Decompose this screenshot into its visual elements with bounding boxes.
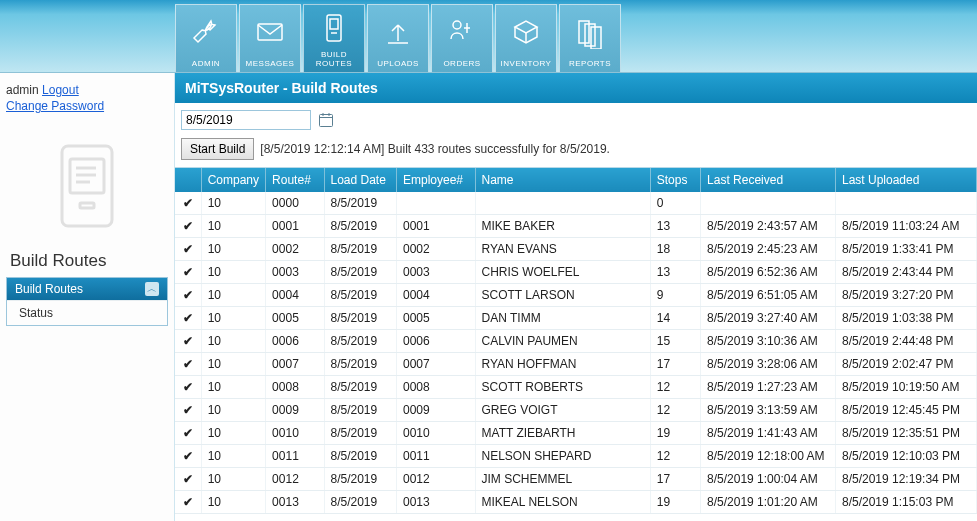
cell-company: 10 <box>201 491 265 514</box>
logout-link[interactable]: Logout <box>42 83 79 97</box>
table-row[interactable]: ✔1000068/5/20190006CALVIN PAUMEN158/5/20… <box>175 330 977 353</box>
cell-stops: 13 <box>650 215 700 238</box>
cell-route: 0007 <box>266 353 324 376</box>
nav-inventory[interactable]: INVENTORY <box>495 4 557 72</box>
cell-name: RYAN HOFFMAN <box>475 353 650 376</box>
cell-last-uploaded: 8/5/2019 1:15:03 PM <box>835 491 976 514</box>
col-last-uploaded[interactable]: Last Uploaded <box>835 168 976 192</box>
svg-rect-14 <box>320 115 333 127</box>
cell-employee: 0005 <box>396 307 475 330</box>
cell-route: 0005 <box>266 307 324 330</box>
cell-last-uploaded: 8/5/2019 1:33:41 PM <box>835 238 976 261</box>
nav-label: BUILD ROUTES <box>304 50 364 68</box>
col-last-received[interactable]: Last Received <box>701 168 836 192</box>
check-icon: ✔ <box>175 330 201 353</box>
cell-stops: 12 <box>650 376 700 399</box>
cell-last-uploaded <box>835 192 976 215</box>
grid-header-row: Company Route# Load Date Employee# Name … <box>175 168 977 192</box>
cell-name: SCOTT LARSON <box>475 284 650 307</box>
cell-employee: 0010 <box>396 422 475 445</box>
col-employee[interactable]: Employee# <box>396 168 475 192</box>
cell-last-received: 8/5/2019 2:45:23 AM <box>701 238 836 261</box>
cell-last-uploaded: 8/5/2019 12:19:34 PM <box>835 468 976 491</box>
cell-stops: 15 <box>650 330 700 353</box>
cell-last-uploaded: 8/5/2019 1:03:38 PM <box>835 307 976 330</box>
table-row[interactable]: ✔1000058/5/20190005DAN TIMM148/5/2019 3:… <box>175 307 977 330</box>
table-row[interactable]: ✔1000078/5/20190007RYAN HOFFMAN178/5/201… <box>175 353 977 376</box>
check-icon: ✔ <box>175 468 201 491</box>
controls-bar: Start Build [8/5/2019 12:12:14 AM] Built… <box>175 103 977 167</box>
table-row[interactable]: ✔1000028/5/20190002RYAN EVANS188/5/2019 … <box>175 238 977 261</box>
col-load-date[interactable]: Load Date <box>324 168 396 192</box>
calendar-icon[interactable] <box>317 111 335 129</box>
col-stops[interactable]: Stops <box>650 168 700 192</box>
nav-messages[interactable]: MESSAGES <box>239 4 301 72</box>
col-name[interactable]: Name <box>475 168 650 192</box>
nav-uploads[interactable]: UPLOADS <box>367 4 429 72</box>
cell-last-received: 8/5/2019 6:51:05 AM <box>701 284 836 307</box>
routes-grid: Company Route# Load Date Employee# Name … <box>175 167 977 514</box>
cell-company: 10 <box>201 422 265 445</box>
side-panel-header[interactable]: Build Routes ︿ <box>7 278 167 300</box>
check-icon: ✔ <box>175 422 201 445</box>
cell-employee: 0002 <box>396 238 475 261</box>
svg-rect-0 <box>258 24 282 40</box>
table-row[interactable]: ✔1000128/5/20190012JIM SCHEMMEL178/5/201… <box>175 468 977 491</box>
cell-last-uploaded: 8/5/2019 2:43:44 PM <box>835 261 976 284</box>
change-password-link[interactable]: Change Password <box>6 99 104 113</box>
cell-stops: 9 <box>650 284 700 307</box>
nav-orders[interactable]: ORDERS <box>431 4 493 72</box>
cell-last-uploaded: 8/5/2019 3:27:20 PM <box>835 284 976 307</box>
sidebar-item-status[interactable]: Status <box>7 300 167 325</box>
cell-company: 10 <box>201 238 265 261</box>
table-row[interactable]: ✔1000088/5/20190008SCOTT ROBERTS128/5/20… <box>175 376 977 399</box>
cell-last-received: 8/5/2019 1:01:20 AM <box>701 491 836 514</box>
cell-route: 0003 <box>266 261 324 284</box>
cell-employee: 0001 <box>396 215 475 238</box>
side-panel: Build Routes ︿ Status <box>6 277 168 326</box>
table-row[interactable]: ✔1000118/5/20190011NELSON SHEPARD128/5/2… <box>175 445 977 468</box>
date-input[interactable] <box>181 110 311 130</box>
table-row[interactable]: ✔1000108/5/20190010MATT ZIEBARTH198/5/20… <box>175 422 977 445</box>
cell-employee: 0006 <box>396 330 475 353</box>
check-icon: ✔ <box>175 376 201 399</box>
cell-route: 0011 <box>266 445 324 468</box>
cell-employee: 0007 <box>396 353 475 376</box>
nav-reports[interactable]: REPORTS <box>559 4 621 72</box>
table-row[interactable]: ✔1000138/5/20190013MIKEAL NELSON198/5/20… <box>175 491 977 514</box>
cell-route: 0009 <box>266 399 324 422</box>
col-company[interactable]: Company <box>201 168 265 192</box>
cell-company: 10 <box>201 330 265 353</box>
table-row[interactable]: ✔1000018/5/20190001MIKE BAKER138/5/2019 … <box>175 215 977 238</box>
cell-last-received: 8/5/2019 6:52:36 AM <box>701 261 836 284</box>
cell-load-date: 8/5/2019 <box>324 399 396 422</box>
cell-company: 10 <box>201 399 265 422</box>
page-title: MiTSysRouter - Build Routes <box>175 73 977 103</box>
nav-build-routes[interactable]: BUILD ROUTES <box>303 4 365 72</box>
top-nav: ADMINMESSAGESBUILD ROUTESUPLOADSORDERSIN… <box>0 0 977 73</box>
cell-last-uploaded: 8/5/2019 2:02:47 PM <box>835 353 976 376</box>
table-row[interactable]: ✔1000048/5/20190004SCOTT LARSON98/5/2019… <box>175 284 977 307</box>
cell-load-date: 8/5/2019 <box>324 192 396 215</box>
cell-route: 0006 <box>266 330 324 353</box>
cell-name: JIM SCHEMMEL <box>475 468 650 491</box>
table-row[interactable]: ✔1000038/5/20190003CHRIS WOELFEL138/5/20… <box>175 261 977 284</box>
user-info: admin Logout <box>6 83 168 97</box>
cell-name: SCOTT ROBERTS <box>475 376 650 399</box>
cell-company: 10 <box>201 284 265 307</box>
cell-last-uploaded: 8/5/2019 10:19:50 AM <box>835 376 976 399</box>
cell-load-date: 8/5/2019 <box>324 284 396 307</box>
cell-load-date: 8/5/2019 <box>324 238 396 261</box>
cell-load-date: 8/5/2019 <box>324 376 396 399</box>
start-build-button[interactable]: Start Build <box>181 138 254 160</box>
col-check[interactable] <box>175 168 201 192</box>
nav-label: ADMIN <box>192 59 220 68</box>
nav-admin[interactable]: ADMIN <box>175 4 237 72</box>
table-row[interactable]: ✔1000098/5/20190009GREG VOIGT128/5/2019 … <box>175 399 977 422</box>
cell-company: 10 <box>201 376 265 399</box>
col-route[interactable]: Route# <box>266 168 324 192</box>
table-row[interactable]: ✔1000008/5/20190 <box>175 192 977 215</box>
cell-last-uploaded: 8/5/2019 12:45:45 PM <box>835 399 976 422</box>
cell-last-uploaded: 8/5/2019 12:35:51 PM <box>835 422 976 445</box>
cell-name: CHRIS WOELFEL <box>475 261 650 284</box>
